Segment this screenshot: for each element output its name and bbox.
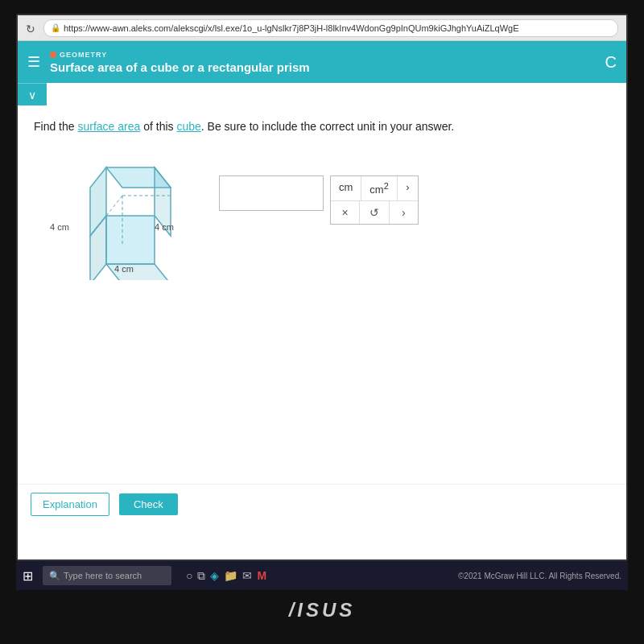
windows-start-icon[interactable]: ⊞ xyxy=(23,568,33,584)
browser-bar: ↻ 🔒 https://www-awn.aleks.com/alekscgi/x… xyxy=(18,15,626,41)
url-text: https://www-awn.aleks.com/alekscgi/x/lsl… xyxy=(64,23,519,33)
cm-unit-option[interactable]: cm xyxy=(331,176,361,200)
subject-dot xyxy=(50,52,56,58)
svg-line-6 xyxy=(106,196,122,216)
cube-svg xyxy=(34,151,195,280)
menu-icon[interactable]: ☰ xyxy=(27,53,40,71)
brand-bar: /ISUS xyxy=(16,590,628,630)
taskbar: ⊞ 🔍 Type here to search ○ ⧉ ◈ 📁 ✉ M ©202… xyxy=(16,561,628,590)
cortana-icon[interactable]: ○ xyxy=(186,569,192,583)
url-bar[interactable]: 🔒 https://www-awn.aleks.com/alekscgi/x/l… xyxy=(43,19,618,37)
search-placeholder-text: Type here to search xyxy=(64,571,142,580)
search-icon: 🔍 xyxy=(49,571,60,581)
unit-picker: cm cm2 › × ↺ › xyxy=(330,175,419,225)
task-view-icon[interactable]: ⧉ xyxy=(197,569,205,583)
answer-section: cm cm2 › × ↺ › xyxy=(219,175,419,225)
app-icon[interactable]: M xyxy=(257,569,266,583)
taskbar-search-box[interactable]: 🔍 Type here to search xyxy=(43,566,171,585)
taskbar-center-icons: ○ ⧉ ◈ 📁 ✉ M xyxy=(186,569,266,583)
empty-area xyxy=(34,280,610,457)
browser-taskbar-icon[interactable]: ◈ xyxy=(210,569,219,583)
copyright-text: ©2021 McGraw Hill LLC. All Rights Reserv… xyxy=(458,572,621,580)
header-close-icon[interactable]: C xyxy=(605,53,617,72)
unit-row: cm cm2 › xyxy=(331,176,418,201)
more-button[interactable]: › xyxy=(390,201,418,224)
check-button[interactable]: Check xyxy=(119,493,178,515)
lock-icon: 🔒 xyxy=(51,23,60,32)
cube-diagram: 4 cm 4 cm 4 cm xyxy=(34,151,195,280)
reload-button[interactable]: ↻ xyxy=(26,23,37,34)
question-text: Find the surface area of this cube. Be s… xyxy=(34,118,610,135)
surface-area-link[interactable]: surface area xyxy=(77,120,140,133)
bottom-bar: Explanation Check xyxy=(18,484,626,524)
svg-marker-3 xyxy=(106,216,155,264)
answer-input[interactable] xyxy=(219,175,324,211)
chevron-down-icon: ∨ xyxy=(28,89,36,101)
cube-label-left: 4 cm xyxy=(50,222,69,232)
question-area: 4 cm 4 cm 4 cm cm cm2 › xyxy=(34,151,610,280)
more-unit-option[interactable]: › xyxy=(398,176,418,200)
header-content: GEOMETRY Surface area of a cube or a rec… xyxy=(50,51,310,74)
dropdown-button[interactable]: ∨ xyxy=(18,83,47,105)
cube-label-bottom: 4 cm xyxy=(114,264,134,274)
explanation-button[interactable]: Explanation xyxy=(31,493,109,516)
multiply-button[interactable]: × xyxy=(331,201,360,224)
subject-label: GEOMETRY xyxy=(50,51,310,59)
folder-icon[interactable]: 📁 xyxy=(224,569,237,583)
mail-icon[interactable]: ✉ xyxy=(242,569,252,583)
cube-label-right: 4 cm xyxy=(155,222,174,232)
brand-logo: /ISUS xyxy=(289,599,356,621)
unit-actions: × ↺ › xyxy=(331,201,418,224)
cm2-unit-option[interactable]: cm2 xyxy=(361,176,397,200)
page-title: Surface area of a cube or a rectangular … xyxy=(50,60,310,74)
cube-link[interactable]: cube xyxy=(176,120,200,133)
main-content: Find the surface area of this cube. Be s… xyxy=(18,105,626,470)
aleks-header: ☰ GEOMETRY Surface area of a cube or a r… xyxy=(18,41,626,83)
undo-button[interactable]: ↺ xyxy=(360,201,389,224)
